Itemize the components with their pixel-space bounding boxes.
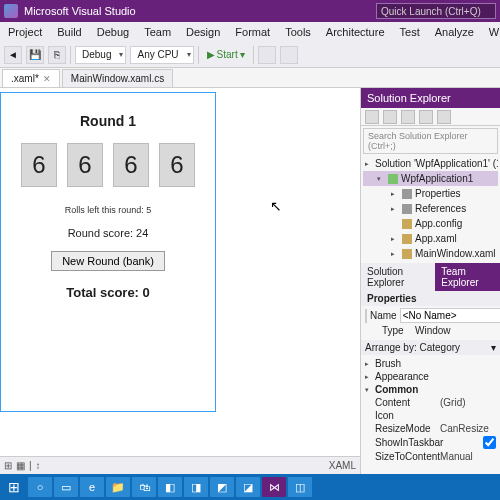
- tree-mainwindow[interactable]: ▸MainWindow.xaml: [363, 246, 498, 261]
- prop-showintaskbar[interactable]: ShowInTaskbar: [365, 435, 496, 450]
- se-properties-icon[interactable]: [437, 110, 451, 124]
- config-dropdown[interactable]: Debug: [75, 46, 126, 64]
- prop-content[interactable]: Content(Grid): [365, 396, 496, 409]
- taskbar-store-icon[interactable]: 🛍: [132, 477, 156, 497]
- menu-tools[interactable]: Tools: [279, 24, 317, 40]
- new-round-button[interactable]: New Round (bank): [51, 251, 165, 271]
- taskbar-app1-icon[interactable]: ◧: [158, 477, 182, 497]
- type-label: Type: [382, 325, 412, 336]
- solution-tree[interactable]: ▸Solution 'WpfApplication1' (1 proj ▾Wpf…: [363, 156, 498, 261]
- window-title: Microsoft Visual Studio: [24, 5, 136, 17]
- xaml-tab[interactable]: XAML: [329, 460, 356, 471]
- type-value: Window: [415, 325, 451, 336]
- name-input[interactable]: [400, 308, 500, 323]
- menu-format[interactable]: Format: [229, 24, 276, 40]
- round-label: Round 1: [80, 113, 136, 129]
- menu-project[interactable]: Project: [2, 24, 48, 40]
- tree-properties[interactable]: ▸Properties: [363, 186, 498, 201]
- main-toolbar: ◄ 💾 ⎘ Debug Any CPU ▶ Start ▾: [0, 42, 500, 68]
- vs-logo-icon: [4, 4, 18, 18]
- arrange-by[interactable]: Arrange by: Category: [365, 342, 460, 353]
- menu-window[interactable]: Window: [483, 24, 500, 40]
- tree-solution[interactable]: ▸Solution 'WpfApplication1' (1 proj: [363, 156, 498, 171]
- quick-launch-input[interactable]: Quick Launch (Ctrl+Q): [376, 3, 496, 19]
- die-1[interactable]: 6: [21, 143, 57, 187]
- cursor-icon: ↖: [270, 198, 282, 214]
- group-appearance[interactable]: ▸Appearance: [365, 370, 496, 383]
- se-refresh-icon[interactable]: [383, 110, 397, 124]
- solution-explorer-toolbar: [361, 108, 500, 126]
- close-icon[interactable]: ✕: [43, 74, 51, 84]
- design-zoom[interactable]: ⊞: [4, 460, 12, 471]
- group-brush[interactable]: ▸Brush: [365, 357, 496, 370]
- rolls-left: Rolls left this round: 5: [65, 205, 152, 215]
- menu-bar: Project Build Debug Team Design Format T…: [0, 22, 500, 42]
- document-tabs: .xaml*✕ MainWindow.xaml.cs: [0, 68, 500, 88]
- se-collapse-icon[interactable]: [401, 110, 415, 124]
- windows-taskbar[interactable]: ⊞ ○ ▭ e 📁 🛍 ◧ ◨ ◩ ◪ ⋈ ◫: [0, 474, 500, 500]
- tab-team-explorer[interactable]: Team Explorer: [435, 263, 500, 291]
- arrange-chevron-icon[interactable]: ▾: [491, 342, 496, 353]
- platform-dropdown[interactable]: Any CPU: [130, 46, 193, 64]
- xaml-designer[interactable]: Round 1 6 6 6 6 Rolls left this round: 5…: [0, 88, 360, 474]
- toolbar-extra-2[interactable]: [280, 46, 298, 64]
- taskbar-search-icon[interactable]: ○: [28, 477, 52, 497]
- menu-debug[interactable]: Debug: [91, 24, 135, 40]
- menu-team[interactable]: Team: [138, 24, 177, 40]
- die-4[interactable]: 6: [159, 143, 195, 187]
- taskbar-vs-icon[interactable]: ⋈: [262, 477, 286, 497]
- menu-analyze[interactable]: Analyze: [429, 24, 480, 40]
- save-button[interactable]: 💾: [26, 46, 44, 64]
- properties-header: Properties: [361, 291, 500, 306]
- se-show-all-icon[interactable]: [419, 110, 433, 124]
- prop-icon[interactable]: Icon: [365, 409, 496, 422]
- showintaskbar-checkbox[interactable]: [483, 436, 496, 449]
- prop-sizetocontent[interactable]: SizeToContentManual: [365, 450, 496, 463]
- design-grid[interactable]: ▦: [16, 460, 25, 471]
- tree-references[interactable]: ▸References: [363, 201, 498, 216]
- menu-build[interactable]: Build: [51, 24, 87, 40]
- save-all-button[interactable]: ⎘: [48, 46, 66, 64]
- round-score: Round score: 24: [68, 227, 149, 239]
- designer-bottom-bar: ⊞ ▦ | ↕ XAML: [0, 456, 360, 474]
- design-split[interactable]: ↕: [36, 460, 41, 471]
- menu-design[interactable]: Design: [180, 24, 226, 40]
- tab-codebehind[interactable]: MainWindow.xaml.cs: [62, 69, 173, 87]
- taskbar-app2-icon[interactable]: ◨: [184, 477, 208, 497]
- tree-project[interactable]: ▾WpfApplication1: [363, 171, 498, 186]
- design-canvas[interactable]: Round 1 6 6 6 6 Rolls left this round: 5…: [0, 92, 216, 412]
- taskbar-app3-icon[interactable]: ◩: [210, 477, 234, 497]
- solution-explorer-header: Solution Explorer: [361, 88, 500, 108]
- taskbar-app4-icon[interactable]: ◪: [236, 477, 260, 497]
- element-icon: [365, 309, 367, 323]
- menu-test[interactable]: Test: [394, 24, 426, 40]
- die-3[interactable]: 6: [113, 143, 149, 187]
- taskbar-explorer-icon[interactable]: 📁: [106, 477, 130, 497]
- tree-appconfig[interactable]: App.config: [363, 216, 498, 231]
- menu-architecture[interactable]: Architecture: [320, 24, 391, 40]
- total-score: Total score: 0: [66, 285, 150, 300]
- taskbar-edge-icon[interactable]: e: [80, 477, 104, 497]
- toolbar-extra-1[interactable]: [258, 46, 276, 64]
- name-label: Name: [370, 310, 397, 321]
- taskbar-taskview-icon[interactable]: ▭: [54, 477, 78, 497]
- taskbar-app5-icon[interactable]: ◫: [288, 477, 312, 497]
- se-home-icon[interactable]: [365, 110, 379, 124]
- group-common[interactable]: ▾Common: [365, 383, 496, 396]
- prop-resizemode[interactable]: ResizeModeCanResize: [365, 422, 496, 435]
- start-button[interactable]: ▶ Start ▾: [203, 49, 249, 60]
- solution-search-input[interactable]: Search Solution Explorer (Ctrl+;): [363, 128, 498, 154]
- start-menu-icon[interactable]: ⊞: [2, 477, 26, 497]
- nav-back-button[interactable]: ◄: [4, 46, 22, 64]
- die-2[interactable]: 6: [67, 143, 103, 187]
- tree-appxaml[interactable]: ▸App.xaml: [363, 231, 498, 246]
- tab-solution-explorer[interactable]: Solution Explorer: [361, 263, 435, 291]
- tab-xaml[interactable]: .xaml*✕: [2, 69, 60, 87]
